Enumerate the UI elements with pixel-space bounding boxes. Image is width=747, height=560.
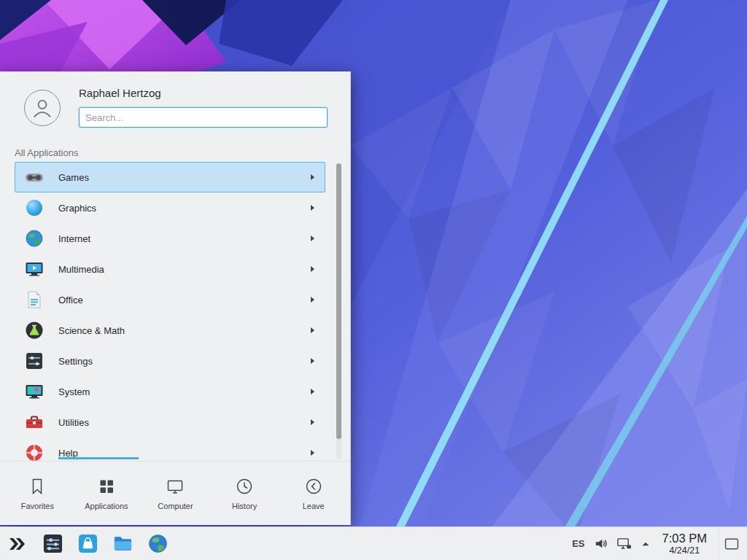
keyboard-layout-indicator[interactable]: ES: [572, 538, 584, 549]
digital-clock[interactable]: 7:03 PM 4/24/21: [659, 532, 710, 555]
category-row-utilities[interactable]: Utilities: [15, 407, 325, 438]
user-silhouette-icon: [30, 96, 55, 120]
submenu-arrow-icon: [311, 358, 314, 364]
category-label: Graphics: [58, 203, 311, 214]
tab-label: Computer: [158, 502, 193, 510]
user-name: Raphael Hertzog: [79, 87, 161, 99]
submenu-arrow-icon: [311, 327, 314, 333]
submenu-arrow-icon: [311, 450, 314, 456]
sliders-app-icon: [42, 533, 63, 554]
category-row-science[interactable]: Science & Math: [15, 315, 325, 346]
software-center-app-button[interactable]: [76, 529, 99, 559]
system-monitor-icon: [25, 382, 44, 401]
category-label: Settings: [58, 356, 311, 367]
tab-label: Leave: [303, 502, 325, 510]
category-label: Multimedia: [58, 264, 311, 275]
desktop: Raphael Hertzog All Applications Games G…: [0, 0, 747, 560]
system-tray: ES 7:03 PM 4/24/21: [572, 527, 747, 560]
category-label: Games: [58, 172, 311, 183]
application-launcher-panel: Raphael Hertzog All Applications Games G…: [0, 71, 351, 525]
system-settings-app-button[interactable]: [41, 529, 64, 559]
expand-tray-caret-icon[interactable]: [640, 539, 651, 549]
help-lifebuoy-icon: [25, 443, 44, 461]
tab-leave[interactable]: Leave: [279, 462, 348, 525]
taskbar: ES 7:03 PM 4/24/21: [0, 526, 747, 560]
tab-label: History: [232, 502, 257, 510]
category-row-games[interactable]: Games: [15, 162, 325, 192]
office-document-icon: [25, 290, 44, 309]
active-tab-indicator: [58, 457, 139, 459]
discover-bag-icon: [77, 533, 98, 554]
show-desktop-button[interactable]: [719, 527, 744, 560]
kickoff-icon: [7, 533, 28, 555]
web-browser-app-button[interactable]: [146, 529, 169, 559]
graphics-sphere-icon: [25, 198, 44, 217]
bookmark-icon: [27, 476, 47, 497]
toolbox-icon: [25, 413, 44, 432]
app-grid-icon: [96, 476, 117, 497]
category-row-multimedia[interactable]: Multimedia: [15, 254, 325, 284]
submenu-arrow-icon: [311, 236, 314, 241]
tab-label: Favorites: [21, 502, 54, 510]
tab-history[interactable]: History: [210, 462, 279, 525]
volume-icon[interactable]: [594, 537, 608, 551]
browser-globe-icon: [147, 533, 169, 554]
launcher-tab-bar: Favorites Applications Computer History: [0, 461, 351, 525]
category-row-office[interactable]: Office: [15, 284, 325, 315]
user-avatar[interactable]: [24, 90, 61, 126]
leave-back-icon: [303, 476, 324, 497]
network-icon[interactable]: [616, 537, 632, 551]
show-desktop-icon: [724, 538, 739, 550]
category-label: Office: [58, 295, 311, 306]
tab-computer[interactable]: Computer: [141, 462, 210, 525]
multimedia-monitor-icon: [25, 260, 44, 279]
gamepad-icon: [25, 168, 44, 187]
computer-monitor-icon: [165, 476, 185, 497]
category-row-graphics[interactable]: Graphics: [15, 192, 325, 223]
tab-favorites[interactable]: Favorites: [3, 462, 72, 525]
taskbar-left: [0, 529, 169, 559]
history-clock-icon: [234, 476, 255, 497]
file-manager-app-button[interactable]: [111, 529, 134, 559]
category-label: System: [58, 386, 311, 397]
application-launcher-button[interactable]: [6, 529, 29, 559]
search-input[interactable]: [79, 107, 328, 128]
category-label: Science & Math: [58, 325, 311, 336]
submenu-arrow-icon: [311, 266, 314, 272]
science-flask-icon: [25, 321, 44, 340]
submenu-arrow-icon: [311, 419, 314, 425]
folder-icon: [112, 533, 133, 554]
category-list: Games Graphics Internet: [15, 162, 325, 461]
category-label: Internet: [58, 233, 311, 244]
category-row-internet[interactable]: Internet: [15, 223, 325, 254]
submenu-arrow-icon: [311, 297, 314, 303]
internet-globe-icon: [25, 229, 44, 248]
tab-label: Applications: [85, 502, 128, 510]
submenu-arrow-icon: [311, 205, 314, 211]
submenu-arrow-icon: [311, 389, 314, 394]
section-label: All Applications: [15, 147, 78, 158]
tab-applications[interactable]: Applications: [72, 462, 142, 525]
category-row-settings[interactable]: Settings: [15, 346, 325, 376]
clock-time: 7:03 PM: [662, 532, 707, 545]
settings-sliders-icon: [25, 351, 44, 370]
submenu-arrow-icon: [311, 174, 314, 180]
clock-date: 4/24/21: [669, 545, 700, 556]
category-label: Utilities: [58, 417, 311, 428]
category-row-system[interactable]: System: [15, 376, 325, 407]
scrollbar-thumb[interactable]: [336, 163, 341, 439]
